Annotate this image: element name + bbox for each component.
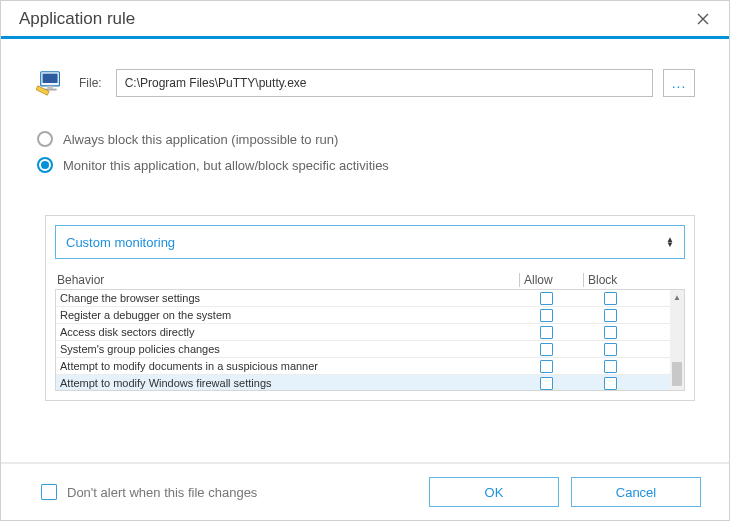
scroll-thumb[interactable] — [672, 362, 682, 386]
table-row[interactable]: Access disk sectors directly — [56, 324, 670, 341]
svg-rect-1 — [43, 74, 58, 83]
monitoring-preset-dropdown[interactable]: Custom monitoring ▲▼ — [55, 225, 685, 259]
behavior-label: Attempt to modify Windows firewall setti… — [56, 377, 532, 389]
behavior-label: Register a debugger on the system — [56, 309, 532, 321]
svg-rect-2 — [47, 86, 53, 89]
radio-label: Monitor this application, but allow/bloc… — [63, 158, 389, 173]
block-checkbox[interactable] — [604, 292, 617, 305]
column-allow[interactable]: Allow — [519, 273, 583, 287]
application-icon — [35, 67, 67, 99]
radio-icon — [37, 131, 53, 147]
behavior-label: Access disk sectors directly — [56, 326, 532, 338]
scroll-track[interactable] — [670, 304, 684, 376]
table-row[interactable]: Change the browser settings — [56, 290, 670, 307]
behavior-label: Attempt to modify documents in a suspici… — [56, 360, 532, 372]
behavior-label: System's group policies changes — [56, 343, 532, 355]
block-checkbox[interactable] — [604, 326, 617, 339]
radio-monitor[interactable]: Monitor this application, but allow/bloc… — [37, 153, 695, 177]
window-title: Application rule — [19, 9, 691, 29]
file-path-input[interactable] — [116, 69, 653, 97]
allow-checkbox[interactable] — [540, 292, 553, 305]
radio-label: Always block this application (impossibl… — [63, 132, 338, 147]
scroll-up-icon[interactable]: ▲ — [670, 290, 684, 304]
close-button[interactable] — [691, 7, 715, 31]
allow-checkbox[interactable] — [540, 360, 553, 373]
checkbox-icon — [41, 484, 57, 500]
scrollbar[interactable]: ▲ ▼ — [670, 290, 684, 390]
allow-checkbox[interactable] — [540, 377, 553, 390]
allow-checkbox[interactable] — [540, 309, 553, 322]
dialog-content: File: ... Always block this application … — [1, 39, 729, 401]
block-checkbox[interactable] — [604, 377, 617, 390]
file-label: File: — [79, 76, 102, 90]
table-row[interactable]: Attempt to modify Windows firewall setti… — [56, 375, 670, 391]
column-behavior: Behavior — [55, 273, 519, 287]
block-checkbox[interactable] — [604, 343, 617, 356]
mode-radio-group: Always block this application (impossibl… — [37, 127, 695, 177]
close-icon — [697, 13, 709, 25]
dialog-footer: Don't alert when this file changes OK Ca… — [1, 462, 729, 520]
ok-button[interactable]: OK — [429, 477, 559, 507]
behavior-label: Change the browser settings — [56, 292, 532, 304]
behavior-table-header: Behavior Allow Block — [55, 269, 685, 289]
allow-checkbox[interactable] — [540, 343, 553, 356]
radio-always-block[interactable]: Always block this application (impossibl… — [37, 127, 695, 151]
dont-alert-checkbox[interactable]: Don't alert when this file changes — [41, 484, 417, 500]
titlebar: Application rule — [1, 1, 729, 39]
browse-button[interactable]: ... — [663, 69, 695, 97]
file-row: File: ... — [35, 67, 695, 99]
cancel-button[interactable]: Cancel — [571, 477, 701, 507]
allow-checkbox[interactable] — [540, 326, 553, 339]
table-row[interactable]: Attempt to modify documents in a suspici… — [56, 358, 670, 375]
radio-icon — [37, 157, 53, 173]
block-checkbox[interactable] — [604, 309, 617, 322]
monitor-panel: Custom monitoring ▲▼ Behavior Allow Bloc… — [45, 215, 695, 401]
column-block[interactable]: Block — [583, 273, 647, 287]
updown-icon: ▲▼ — [666, 237, 674, 247]
checkbox-label: Don't alert when this file changes — [67, 485, 257, 500]
ellipsis-icon: ... — [672, 75, 687, 91]
dropdown-label: Custom monitoring — [66, 235, 175, 250]
behavior-table: Change the browser settingsRegister a de… — [55, 289, 685, 391]
table-row[interactable]: System's group policies changes — [56, 341, 670, 358]
block-checkbox[interactable] — [604, 360, 617, 373]
table-row[interactable]: Register a debugger on the system — [56, 307, 670, 324]
